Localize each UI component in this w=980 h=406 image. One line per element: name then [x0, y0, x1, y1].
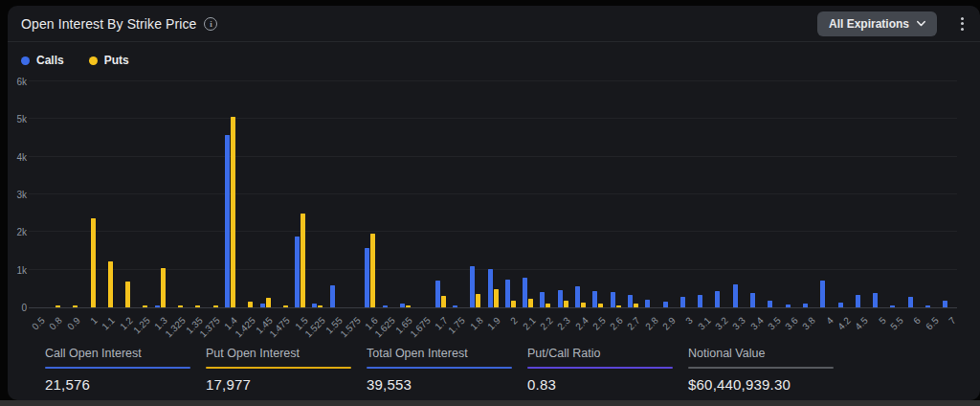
legend-item-calls[interactable]: Calls [21, 54, 64, 67]
stat-label: Put Open Interest [206, 347, 367, 367]
stat-value: $60,440,939.30 [688, 376, 849, 393]
bar-calls-3.8[interactable] [803, 304, 808, 307]
stat-accent-rule [527, 367, 673, 369]
stat-value: 39,553 [367, 376, 527, 393]
bar-calls-6.5[interactable] [925, 305, 930, 307]
bar-calls-1.3[interactable] [155, 305, 160, 307]
bar-puts-1.5[interactable] [301, 214, 305, 307]
bar-calls-6[interactable] [908, 297, 913, 307]
bar-puts-2[interactable] [511, 301, 516, 307]
stat-accent-rule [688, 367, 834, 369]
bar-calls-2.8[interactable] [645, 300, 650, 307]
stat-card-call-open-interest: Call Open Interest21,576 [45, 347, 206, 393]
bar-puts-1.475[interactable] [283, 305, 288, 307]
bar-calls-4[interactable] [820, 281, 825, 307]
bar-calls-1.7[interactable] [435, 281, 440, 307]
legend-label: Calls [36, 54, 64, 67]
more-options-menu-icon[interactable] [958, 14, 967, 34]
bar-calls-1.45[interactable] [260, 304, 265, 307]
y-axis-tick-label: 1k [8, 265, 27, 276]
bar-calls-1.75[interactable] [453, 305, 457, 307]
bar-puts-1.9[interactable] [494, 289, 499, 307]
bar-puts-2.2[interactable] [546, 304, 550, 307]
y-axis-tick-label: 6k [8, 77, 27, 87]
bar-calls-3.5[interactable] [768, 301, 772, 307]
bar-calls-2[interactable] [505, 280, 510, 307]
bar-puts-1.7[interactable] [441, 296, 446, 307]
bar-calls-4.2[interactable] [838, 303, 843, 307]
bar-puts-1.45[interactable] [266, 298, 271, 307]
expirations-dropdown-button[interactable]: All Expirations [817, 11, 937, 36]
page-title: Open Interest By Strike Price [21, 16, 196, 32]
bar-calls-7[interactable] [943, 301, 947, 307]
bar-calls-1.9[interactable] [488, 269, 493, 307]
bar-calls-1.55[interactable] [330, 285, 335, 307]
bar-puts-1.2[interactable] [125, 282, 130, 307]
bar-puts-1.8[interactable] [476, 294, 480, 307]
bar-puts-2.6[interactable] [616, 305, 621, 307]
card-header: Open Interest By Strike Price i All Expi… [8, 6, 980, 42]
bar-puts-1.25[interactable] [143, 305, 147, 307]
bar-calls-2.4[interactable] [575, 286, 580, 307]
bar-puts-2.4[interactable] [581, 303, 586, 307]
stat-value: 17,977 [206, 376, 367, 393]
stat-accent-rule [45, 367, 190, 369]
bar-puts-1.425[interactable] [248, 302, 253, 307]
bar-calls-1.525[interactable] [312, 304, 317, 307]
bar-calls-3[interactable] [680, 297, 685, 307]
bar-calls-1.4[interactable] [225, 135, 230, 307]
legend-dot-icon [89, 56, 98, 65]
bar-puts-2.3[interactable] [564, 301, 568, 307]
bar-calls-3.2[interactable] [715, 291, 720, 307]
stat-label: Put/Call Ratio [527, 347, 688, 367]
bar-chart-plot-area [29, 82, 957, 308]
bar-puts-2.5[interactable] [598, 304, 603, 307]
bar-puts-1.1[interactable] [108, 261, 113, 307]
bar-calls-2.7[interactable] [628, 295, 633, 307]
gridline [29, 156, 957, 157]
bar-puts-1.325[interactable] [178, 305, 183, 307]
expirations-dropdown-label: All Expirations [829, 17, 909, 31]
bar-calls-2.5[interactable] [592, 291, 597, 307]
x-axis-labels: 0.50.80.911.11.21.251.31.3251.351.3751.4… [29, 308, 957, 350]
bar-calls-1.5[interactable] [295, 237, 300, 307]
bar-puts-2.7[interactable] [634, 304, 638, 307]
bar-calls-2.3[interactable] [558, 290, 563, 307]
bar-puts-1.525[interactable] [318, 305, 323, 307]
legend-label: Puts [104, 54, 129, 67]
bar-puts-0.9[interactable] [73, 305, 78, 307]
stat-label: Notional Value [688, 347, 849, 367]
bar-calls-1.65[interactable] [400, 304, 405, 307]
bar-calls-3.4[interactable] [750, 293, 755, 307]
page-background-strip [0, 400, 980, 406]
stat-accent-rule [367, 367, 512, 369]
bar-calls-3.1[interactable] [698, 295, 702, 307]
bar-puts-1.3[interactable] [161, 268, 166, 307]
bar-puts-1.6[interactable] [370, 234, 375, 307]
stat-value: 21,576 [45, 376, 206, 393]
bar-calls-5.5[interactable] [890, 305, 895, 307]
bar-puts-1.375[interactable] [213, 305, 218, 307]
bar-calls-2.1[interactable] [523, 278, 527, 307]
stat-value: 0.83 [527, 376, 688, 393]
bar-calls-1.8[interactable] [470, 266, 475, 307]
y-axis-tick-label: 4k [8, 152, 27, 163]
bar-puts-1.65[interactable] [406, 305, 411, 307]
bar-puts-1.4[interactable] [231, 117, 235, 307]
y-axis-tick-label: 3k [8, 190, 27, 200]
bar-puts-1.35[interactable] [195, 305, 200, 307]
bar-calls-1.6[interactable] [365, 248, 369, 307]
legend-item-puts[interactable]: Puts [89, 54, 129, 67]
bar-calls-3.3[interactable] [733, 284, 738, 307]
bar-calls-3.6[interactable] [786, 304, 791, 307]
bar-calls-2.9[interactable] [663, 302, 668, 307]
bar-calls-2.2[interactable] [540, 292, 545, 307]
bar-calls-5[interactable] [873, 293, 878, 307]
bar-puts-1[interactable] [91, 218, 96, 307]
info-icon[interactable]: i [204, 17, 217, 31]
bar-calls-2.6[interactable] [611, 292, 615, 307]
bar-puts-2.1[interactable] [528, 299, 533, 307]
bar-calls-1.625[interactable] [383, 305, 388, 307]
bar-calls-4.5[interactable] [856, 295, 860, 307]
bar-puts-0.8[interactable] [56, 305, 60, 307]
